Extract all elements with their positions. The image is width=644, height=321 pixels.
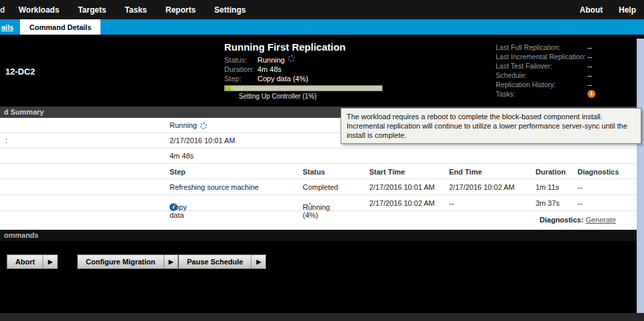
pause-schedule-button[interactable]: Pause Schedule ▶: [178, 254, 266, 269]
summary-duration-value: 4m 48s: [170, 152, 194, 160]
schedule-label: Schedule:: [496, 71, 587, 80]
step-value: Copy data (4%): [257, 74, 308, 83]
last-test-failover-value: --: [587, 61, 592, 71]
step-cell: Refreshing source machine: [170, 183, 259, 191]
summary-row-duration: 4m 48s: [0, 149, 644, 164]
spinner-icon: [288, 55, 295, 62]
last-incremental-replication-value: --: [587, 52, 592, 61]
abort-button-arrow-icon[interactable]: ▶: [43, 255, 57, 268]
sub-progress-caption: Setting Up Controller (1%): [224, 93, 391, 100]
duration-cell: 1m 11s: [536, 183, 559, 191]
replication-progress-bar: [224, 85, 383, 91]
start-time-cell: 2/17/2016 10:01 AM: [369, 183, 434, 191]
abort-button[interactable]: Abort ▶: [7, 254, 58, 269]
status-cell: Completed: [303, 183, 338, 191]
configure-migration-button-label: Configure Migration: [78, 258, 164, 266]
tasks-count-badge[interactable]: 1: [587, 90, 595, 98]
last-full-replication-value: --: [587, 43, 592, 52]
bottom-bar: [0, 313, 644, 321]
replication-history-value: --: [587, 80, 592, 89]
nav-item-settings[interactable]: Settings: [205, 5, 255, 15]
app-window: d Workloads Targets Tasks Reports Settin…: [0, 0, 644, 321]
last-test-failover-label: Last Test Failover:: [496, 61, 587, 71]
tab-workload-details-clipped[interactable]: ails: [0, 23, 20, 35]
table-row: iCopy data Running (4%) 2/17/2016 10:02 …: [0, 195, 644, 211]
generate-diagnostics-link[interactable]: Generate: [585, 216, 616, 224]
status-value: Running: [257, 55, 285, 65]
diagnostics-cell: --: [577, 199, 582, 207]
duration-value: 4m 48s: [257, 65, 281, 74]
diagnostics-footer: Diagnostics: Generate: [0, 211, 644, 230]
step-label: Step:: [224, 74, 257, 83]
replication-progress-fill: [225, 86, 231, 91]
end-time-cell: --: [449, 199, 454, 207]
tab-command-details[interactable]: Command Details: [20, 19, 100, 35]
status-label: Status:: [224, 55, 257, 65]
replication-status-block: Running First Replication Status: Runnin…: [224, 41, 391, 100]
commands-section-header: ommands: [0, 230, 644, 241]
diagnostics-label: Diagnostics:: [540, 216, 583, 224]
nav-item-reports[interactable]: Reports: [156, 5, 205, 15]
duration-cell: 3m 37s: [536, 199, 560, 207]
summary-status-value: Running: [170, 121, 207, 129]
col-start-time: Start Time: [369, 168, 405, 176]
col-end-time: End Time: [449, 168, 482, 176]
col-diagnostics: Diagnostics: [577, 168, 619, 176]
nav-item-tasks[interactable]: Tasks: [116, 5, 156, 15]
diagnostics-cell: --: [577, 183, 582, 191]
table-row: Refreshing source machine Completed 2/17…: [0, 179, 644, 195]
summary-start-label-clipped: :: [5, 137, 7, 145]
nav-clipped-item[interactable]: d: [0, 5, 9, 15]
nav-item-workloads[interactable]: Workloads: [9, 5, 69, 15]
start-time-cell: 2/17/2016 10:02 AM: [369, 199, 434, 207]
duration-label: Duration:: [224, 65, 257, 74]
replication-header: 12-DC2 Running First Replication Status:…: [0, 35, 644, 107]
col-step: Step: [170, 168, 186, 176]
col-status: Status: [303, 168, 325, 176]
nav-item-targets[interactable]: Targets: [69, 5, 115, 15]
end-time-cell: 2/17/2016 10:02 AM: [449, 183, 514, 191]
last-incremental-replication-label: Last Incremental Replication:: [496, 52, 587, 61]
abort-button-label: Abort: [7, 258, 43, 266]
commands-panel: Abort ▶ Configure Migration ▶ Pause Sche…: [0, 241, 644, 313]
workload-name: 12-DC2: [5, 67, 35, 77]
nav-item-about[interactable]: About: [571, 5, 611, 15]
configure-migration-arrow-icon[interactable]: ▶: [164, 255, 178, 268]
replication-info-panel: Last Full Replication: -- Last Increment…: [496, 43, 639, 99]
steps-table-header: Step Status Start Time End Time Duration…: [0, 164, 644, 179]
pause-schedule-button-label: Pause Schedule: [179, 258, 251, 266]
pause-schedule-arrow-icon[interactable]: ▶: [251, 255, 265, 268]
top-navigation: d Workloads Targets Tasks Reports Settin…: [0, 0, 644, 19]
tab-bar: ails Command Details: [0, 19, 644, 35]
spinner-icon: [200, 123, 207, 129]
configure-migration-button[interactable]: Configure Migration ▶: [77, 254, 178, 269]
col-duration: Duration: [536, 168, 565, 176]
replication-title: Running First Replication: [224, 41, 391, 53]
tasks-label: Tasks:: [496, 89, 587, 99]
replication-history-label: Replication History:: [496, 80, 587, 89]
nav-item-help[interactable]: Help: [611, 5, 644, 15]
schedule-value: --: [587, 71, 592, 80]
right-edge-strip: [637, 39, 644, 313]
reboot-required-tooltip: The workload requires a reboot to comple…: [341, 108, 641, 144]
last-full-replication-label: Last Full Replication:: [496, 43, 587, 52]
spinner-icon: [306, 203, 313, 210]
summary-start-value: 2/17/2016 10:01 AM: [170, 137, 235, 145]
